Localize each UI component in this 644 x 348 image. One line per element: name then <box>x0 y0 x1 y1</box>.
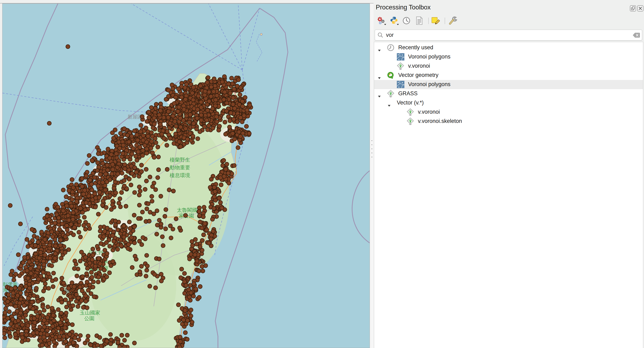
toolbar-separator <box>428 18 429 24</box>
splitter-grip <box>372 148 372 149</box>
map-label: 公園 <box>84 316 94 321</box>
dock-splitter[interactable] <box>370 4 374 348</box>
tree-item-recently-used[interactable]: Recently used <box>374 43 643 52</box>
processing-toolbox-panel: Processing Toolbox Recently usedVoronoi … <box>374 0 644 348</box>
models-icon[interactable] <box>377 16 387 26</box>
float-window-button[interactable] <box>630 5 636 12</box>
tree-item-v-voronoi-skeleton[interactable]: v.voronoi.skeleton <box>374 117 643 126</box>
clear-search-icon[interactable] <box>632 32 640 38</box>
tree-item-label: v.voronoi.skeleton <box>418 118 462 124</box>
voronoi-icon <box>397 53 404 62</box>
expander-icon[interactable] <box>388 102 391 108</box>
tree-item-voronoi-polygons[interactable]: Voronoi polygons <box>374 52 643 62</box>
search-box[interactable] <box>375 30 642 40</box>
tree-item-v-voronoi[interactable]: v.voronoi <box>374 62 643 71</box>
tree-item-vector-v[interactable]: Vector (v.*) <box>374 98 643 108</box>
grass-icon <box>407 118 414 126</box>
toolbar-separator <box>445 18 445 24</box>
panel-title: Processing Toolbox <box>376 4 430 11</box>
clock-icon <box>387 44 394 53</box>
map-label: 動物重要 <box>170 164 190 170</box>
grass-icon <box>387 90 394 99</box>
map-canvas[interactable]: 新屋區新北市棲蘭野生動物重要棲息環境太魯閣國家公園丹大野生動物重要棲息環境玉山國… <box>2 4 370 348</box>
map-label: 玉山國家 <box>80 310 100 316</box>
tree-item-label: GRASS <box>398 90 418 97</box>
close-panel-button[interactable] <box>637 5 644 12</box>
tree-item-v-voronoi[interactable]: v.voronoi <box>374 108 643 117</box>
expander-icon[interactable] <box>378 92 381 99</box>
algorithm-tree: Recently usedVoronoi polygonsv.voronoiVe… <box>374 42 643 348</box>
map-label: 棲蘭野生 <box>170 157 190 162</box>
magnifier-icon <box>378 32 384 38</box>
splitter-grip <box>372 156 372 158</box>
tree-item-label: Recently used <box>398 44 433 51</box>
python-icon[interactable] <box>390 16 400 26</box>
edit-features-icon[interactable] <box>431 16 440 26</box>
options-icon[interactable] <box>448 16 457 26</box>
voronoi-icon <box>397 81 404 90</box>
map-label: 棲息環境 <box>170 172 190 178</box>
tree-item-grass[interactable]: GRASS <box>374 89 643 98</box>
tree-item-vector-geometry[interactable]: Vector geometry <box>374 71 643 80</box>
splitter-grip <box>372 140 372 141</box>
tree-item-label: Voronoi polygons <box>408 81 450 88</box>
grass-icon <box>397 62 404 71</box>
results-viewer-icon[interactable] <box>416 16 423 26</box>
splitter-grip <box>372 152 372 153</box>
tree-item-label: Voronoi polygons <box>408 54 450 60</box>
tree-item-label: v.voronoi <box>408 63 430 69</box>
splitter-grip <box>372 144 372 145</box>
map-label: 太魯閣國 <box>177 207 197 213</box>
tree-item-label: Vector geometry <box>398 72 438 78</box>
qgis-icon <box>387 72 394 80</box>
tree-item-voronoi-polygons[interactable]: Voronoi polygons <box>374 80 643 89</box>
map-rendering: 新屋區新北市棲蘭野生動物重要棲息環境太魯閣國家公園丹大野生動物重要棲息環境玉山國… <box>2 4 370 348</box>
tree-item-label: v.voronoi <box>418 109 440 115</box>
tree-item-label: Vector (v.*) <box>397 100 424 106</box>
grass-icon <box>407 108 414 117</box>
expander-icon[interactable] <box>378 74 381 80</box>
history-icon[interactable] <box>402 16 411 26</box>
float-window-icon <box>631 6 635 10</box>
search-input[interactable] <box>386 32 632 38</box>
close-icon <box>638 6 642 10</box>
expander-icon[interactable] <box>378 46 381 53</box>
